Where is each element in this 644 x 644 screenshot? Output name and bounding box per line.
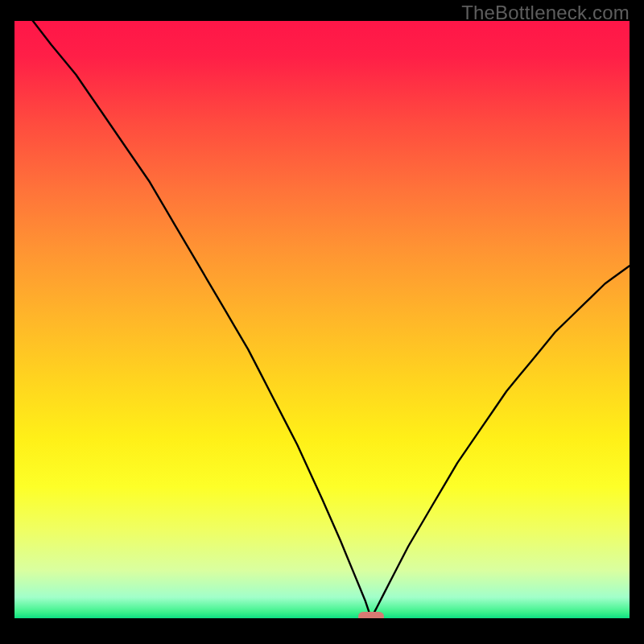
chart-frame: TheBottleneck.com — [0, 0, 644, 644]
watermark-text: TheBottleneck.com — [461, 2, 630, 24]
plot-inner — [14, 21, 630, 618]
x-axis-baseline — [14, 618, 630, 630]
optimum-marker — [358, 612, 384, 618]
plot-area — [14, 21, 630, 630]
bottleneck-curve — [14, 21, 630, 618]
